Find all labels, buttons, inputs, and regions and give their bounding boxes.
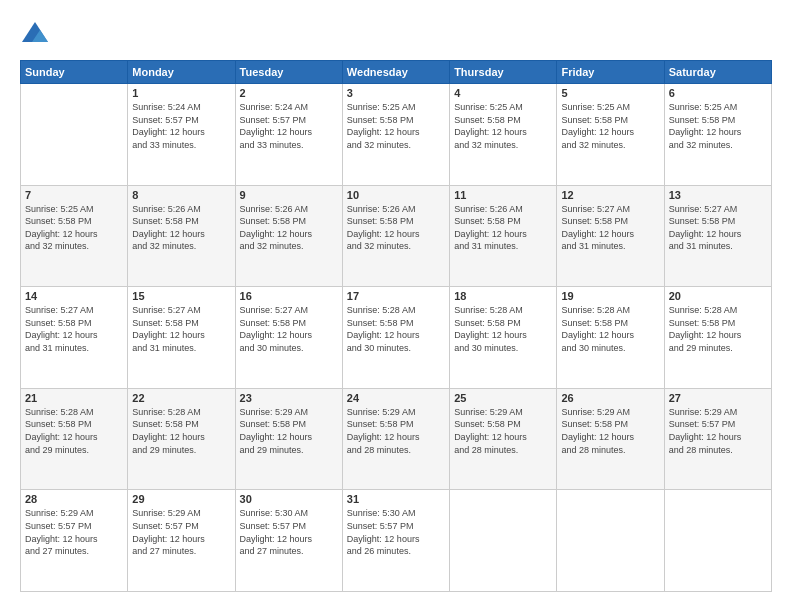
day-info: Sunrise: 5:25 AM Sunset: 5:58 PM Dayligh…: [669, 101, 767, 151]
day-number: 21: [25, 392, 123, 404]
calendar-cell: 20Sunrise: 5:28 AM Sunset: 5:58 PM Dayli…: [664, 287, 771, 389]
logo-icon: [20, 20, 50, 50]
day-info: Sunrise: 5:27 AM Sunset: 5:58 PM Dayligh…: [240, 304, 338, 354]
day-info: Sunrise: 5:29 AM Sunset: 5:57 PM Dayligh…: [669, 406, 767, 456]
day-info: Sunrise: 5:29 AM Sunset: 5:58 PM Dayligh…: [561, 406, 659, 456]
calendar-week-row: 7Sunrise: 5:25 AM Sunset: 5:58 PM Daylig…: [21, 185, 772, 287]
calendar-cell: 14Sunrise: 5:27 AM Sunset: 5:58 PM Dayli…: [21, 287, 128, 389]
day-number: 30: [240, 493, 338, 505]
day-info: Sunrise: 5:28 AM Sunset: 5:58 PM Dayligh…: [561, 304, 659, 354]
day-info: Sunrise: 5:26 AM Sunset: 5:58 PM Dayligh…: [454, 203, 552, 253]
calendar-table: SundayMondayTuesdayWednesdayThursdayFrid…: [20, 60, 772, 592]
calendar-week-row: 14Sunrise: 5:27 AM Sunset: 5:58 PM Dayli…: [21, 287, 772, 389]
day-info: Sunrise: 5:27 AM Sunset: 5:58 PM Dayligh…: [669, 203, 767, 253]
day-number: 4: [454, 87, 552, 99]
day-info: Sunrise: 5:25 AM Sunset: 5:58 PM Dayligh…: [454, 101, 552, 151]
calendar-cell: 22Sunrise: 5:28 AM Sunset: 5:58 PM Dayli…: [128, 388, 235, 490]
calendar-cell: 31Sunrise: 5:30 AM Sunset: 5:57 PM Dayli…: [342, 490, 449, 592]
calendar-week-row: 1Sunrise: 5:24 AM Sunset: 5:57 PM Daylig…: [21, 84, 772, 186]
calendar-week-row: 28Sunrise: 5:29 AM Sunset: 5:57 PM Dayli…: [21, 490, 772, 592]
calendar-cell: [664, 490, 771, 592]
day-info: Sunrise: 5:28 AM Sunset: 5:58 PM Dayligh…: [669, 304, 767, 354]
calendar-cell: 21Sunrise: 5:28 AM Sunset: 5:58 PM Dayli…: [21, 388, 128, 490]
calendar-cell: 13Sunrise: 5:27 AM Sunset: 5:58 PM Dayli…: [664, 185, 771, 287]
column-header-wednesday: Wednesday: [342, 61, 449, 84]
calendar-cell: 11Sunrise: 5:26 AM Sunset: 5:58 PM Dayli…: [450, 185, 557, 287]
column-header-sunday: Sunday: [21, 61, 128, 84]
day-number: 11: [454, 189, 552, 201]
day-number: 28: [25, 493, 123, 505]
day-number: 31: [347, 493, 445, 505]
calendar-cell: 28Sunrise: 5:29 AM Sunset: 5:57 PM Dayli…: [21, 490, 128, 592]
calendar-cell: [450, 490, 557, 592]
column-header-monday: Monday: [128, 61, 235, 84]
day-info: Sunrise: 5:29 AM Sunset: 5:58 PM Dayligh…: [240, 406, 338, 456]
calendar-cell: 27Sunrise: 5:29 AM Sunset: 5:57 PM Dayli…: [664, 388, 771, 490]
day-info: Sunrise: 5:28 AM Sunset: 5:58 PM Dayligh…: [454, 304, 552, 354]
day-info: Sunrise: 5:28 AM Sunset: 5:58 PM Dayligh…: [132, 406, 230, 456]
day-number: 5: [561, 87, 659, 99]
day-info: Sunrise: 5:24 AM Sunset: 5:57 PM Dayligh…: [132, 101, 230, 151]
calendar-cell: 4Sunrise: 5:25 AM Sunset: 5:58 PM Daylig…: [450, 84, 557, 186]
calendar-cell: 16Sunrise: 5:27 AM Sunset: 5:58 PM Dayli…: [235, 287, 342, 389]
day-number: 10: [347, 189, 445, 201]
calendar-cell: 6Sunrise: 5:25 AM Sunset: 5:58 PM Daylig…: [664, 84, 771, 186]
page: SundayMondayTuesdayWednesdayThursdayFrid…: [0, 0, 792, 612]
column-header-tuesday: Tuesday: [235, 61, 342, 84]
day-number: 12: [561, 189, 659, 201]
column-header-saturday: Saturday: [664, 61, 771, 84]
day-number: 15: [132, 290, 230, 302]
day-info: Sunrise: 5:30 AM Sunset: 5:57 PM Dayligh…: [240, 507, 338, 557]
column-header-thursday: Thursday: [450, 61, 557, 84]
day-number: 13: [669, 189, 767, 201]
calendar-cell: 5Sunrise: 5:25 AM Sunset: 5:58 PM Daylig…: [557, 84, 664, 186]
calendar-cell: 3Sunrise: 5:25 AM Sunset: 5:58 PM Daylig…: [342, 84, 449, 186]
day-info: Sunrise: 5:26 AM Sunset: 5:58 PM Dayligh…: [132, 203, 230, 253]
day-number: 17: [347, 290, 445, 302]
day-number: 9: [240, 189, 338, 201]
calendar-cell: 7Sunrise: 5:25 AM Sunset: 5:58 PM Daylig…: [21, 185, 128, 287]
day-number: 16: [240, 290, 338, 302]
calendar-header-row: SundayMondayTuesdayWednesdayThursdayFrid…: [21, 61, 772, 84]
day-number: 8: [132, 189, 230, 201]
calendar-cell: [557, 490, 664, 592]
calendar-cell: 10Sunrise: 5:26 AM Sunset: 5:58 PM Dayli…: [342, 185, 449, 287]
logo: [20, 20, 54, 50]
day-number: 27: [669, 392, 767, 404]
day-info: Sunrise: 5:27 AM Sunset: 5:58 PM Dayligh…: [132, 304, 230, 354]
day-number: 26: [561, 392, 659, 404]
day-number: 29: [132, 493, 230, 505]
day-info: Sunrise: 5:29 AM Sunset: 5:58 PM Dayligh…: [454, 406, 552, 456]
day-number: 3: [347, 87, 445, 99]
day-info: Sunrise: 5:29 AM Sunset: 5:57 PM Dayligh…: [25, 507, 123, 557]
calendar-cell: 2Sunrise: 5:24 AM Sunset: 5:57 PM Daylig…: [235, 84, 342, 186]
calendar-cell: 30Sunrise: 5:30 AM Sunset: 5:57 PM Dayli…: [235, 490, 342, 592]
day-info: Sunrise: 5:29 AM Sunset: 5:58 PM Dayligh…: [347, 406, 445, 456]
header: [20, 20, 772, 50]
day-info: Sunrise: 5:25 AM Sunset: 5:58 PM Dayligh…: [347, 101, 445, 151]
day-info: Sunrise: 5:28 AM Sunset: 5:58 PM Dayligh…: [347, 304, 445, 354]
day-info: Sunrise: 5:27 AM Sunset: 5:58 PM Dayligh…: [561, 203, 659, 253]
day-info: Sunrise: 5:30 AM Sunset: 5:57 PM Dayligh…: [347, 507, 445, 557]
day-info: Sunrise: 5:26 AM Sunset: 5:58 PM Dayligh…: [240, 203, 338, 253]
day-number: 2: [240, 87, 338, 99]
day-info: Sunrise: 5:24 AM Sunset: 5:57 PM Dayligh…: [240, 101, 338, 151]
day-number: 22: [132, 392, 230, 404]
day-number: 25: [454, 392, 552, 404]
calendar-cell: 26Sunrise: 5:29 AM Sunset: 5:58 PM Dayli…: [557, 388, 664, 490]
day-info: Sunrise: 5:28 AM Sunset: 5:58 PM Dayligh…: [25, 406, 123, 456]
day-info: Sunrise: 5:25 AM Sunset: 5:58 PM Dayligh…: [561, 101, 659, 151]
day-info: Sunrise: 5:27 AM Sunset: 5:58 PM Dayligh…: [25, 304, 123, 354]
calendar-cell: 29Sunrise: 5:29 AM Sunset: 5:57 PM Dayli…: [128, 490, 235, 592]
day-number: 19: [561, 290, 659, 302]
calendar-cell: 19Sunrise: 5:28 AM Sunset: 5:58 PM Dayli…: [557, 287, 664, 389]
calendar-cell: 25Sunrise: 5:29 AM Sunset: 5:58 PM Dayli…: [450, 388, 557, 490]
day-number: 24: [347, 392, 445, 404]
day-number: 14: [25, 290, 123, 302]
day-info: Sunrise: 5:26 AM Sunset: 5:58 PM Dayligh…: [347, 203, 445, 253]
calendar-cell: 23Sunrise: 5:29 AM Sunset: 5:58 PM Dayli…: [235, 388, 342, 490]
calendar-week-row: 21Sunrise: 5:28 AM Sunset: 5:58 PM Dayli…: [21, 388, 772, 490]
day-number: 7: [25, 189, 123, 201]
calendar-cell: 17Sunrise: 5:28 AM Sunset: 5:58 PM Dayli…: [342, 287, 449, 389]
calendar-cell: [21, 84, 128, 186]
